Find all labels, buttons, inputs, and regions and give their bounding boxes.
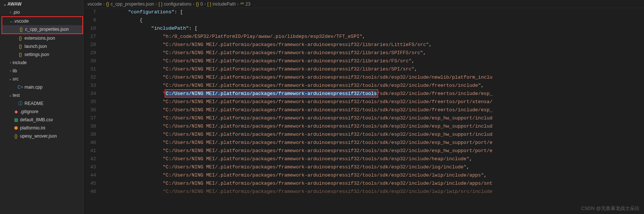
breadcrumb[interactable]: .vscode›{}c_cpp_properties.json›[ ]confi… <box>83 0 644 8</box>
file-row[interactable]: ·{}launch.json <box>1 42 83 50</box>
code-line[interactable]: "C:/Users/NING MEI/.platformio/packages/… <box>105 147 644 155</box>
line-number: 36 <box>83 106 96 114</box>
token: : [ <box>189 26 197 31</box>
code-line[interactable]: "C:/Users/NING MEI/.platformio/packages/… <box>105 139 644 147</box>
code-line[interactable]: "configurations": [ <box>105 8 644 16</box>
project-name: AWAW <box>7 1 22 7</box>
breadcrumb-segment[interactable]: c_cpp_properties.json <box>110 1 154 7</box>
code-line[interactable]: "C:/Users/NING MEI/.platformio/packages/… <box>105 90 644 98</box>
code-line[interactable]: "C:/Users/NING MEI/.platformio/packages/… <box>105 122 644 131</box>
file-row[interactable]: ·{}settings.json <box>1 50 83 59</box>
breadcrumb-segment[interactable]: includePath <box>212 1 236 7</box>
token: , <box>469 156 472 162</box>
line-number: 38 <box>83 122 96 131</box>
code-line[interactable]: "C:/Users/NING MEI/.platformio/packages/… <box>105 98 644 106</box>
folder-row[interactable]: ›include <box>1 59 83 67</box>
breadcrumb-segment[interactable]: 0 <box>201 1 203 7</box>
code-line[interactable]: "C:/Users/NING MEI/.platformio/packages/… <box>105 188 644 196</box>
code-line[interactable]: "C:/Users/NING MEI/.platformio/packages/… <box>105 73 644 82</box>
file-explorer: ⌄ AWAW ›.pio⌄.vscode·{}c_cpp_properties.… <box>0 0 83 214</box>
file-row[interactable]: ·{}c_cpp_properties.json <box>2 25 82 33</box>
breadcrumb-segment[interactable]: 23 <box>245 1 250 7</box>
tree-item-label: README <box>24 101 43 106</box>
code-line[interactable]: "C:/Users/NING MEI/.platformio/packages/… <box>105 163 644 171</box>
line-number: 29 <box>83 49 96 57</box>
file-row[interactable]: ·C+main.cpp <box>1 83 83 91</box>
line-number: 41 <box>83 147 96 155</box>
tree-item-label: extensions.json <box>24 36 55 41</box>
code-area[interactable]: 7810272829303132333435363738394041424344… <box>83 8 644 214</box>
tree-item-label: main.cpp <box>24 85 43 90</box>
token: "C:/Users/NING MEI/.platformio/packages/… <box>163 107 492 113</box>
code-line[interactable]: "C:/Users/NING MEI/.platformio/packages/… <box>105 106 644 114</box>
file-icon: ◆ <box>13 109 19 114</box>
chevron-down-icon: ⌄ <box>8 93 13 97</box>
code-lines[interactable]: "configurations": [ { "includePath": [ "… <box>105 8 644 214</box>
code-line[interactable]: "C:/Users/NING MEI/.platformio/packages/… <box>105 82 644 90</box>
tree-item-label: platformio.ini <box>20 125 45 131</box>
code-line[interactable]: { <box>105 16 644 24</box>
code-line[interactable]: "C:/Users/NING MEI/.platformio/packages/… <box>105 171 644 180</box>
line-number: 8 <box>83 16 96 24</box>
tree-item-label: lib <box>13 68 17 73</box>
code-line[interactable]: "C:/Users/NING MEI/.platformio/packages/… <box>105 131 644 139</box>
folder-row[interactable]: ›lib <box>1 67 83 75</box>
token: , <box>415 66 417 72</box>
token: { <box>140 17 143 23</box>
file-icon: {} <box>17 44 24 49</box>
token: /sdk/esp32/include/freertos/include/esp_ <box>377 91 492 96</box>
code-line[interactable]: "C:/Users/NING MEI/.platformio/packages/… <box>105 114 644 122</box>
tree-item-label: upesy_wrover.json <box>20 134 57 139</box>
code-line[interactable]: "C:/Users/NING MEI/.platformio/packages/… <box>105 155 644 163</box>
project-header[interactable]: ⌄ AWAW <box>0 0 83 8</box>
tree-item-label: .gitignore <box>20 109 38 114</box>
chevron-down-icon: ⌄ <box>8 77 13 81</box>
chevron-right-icon: › <box>193 1 195 7</box>
file-icon: {} <box>17 52 24 57</box>
editor-pane: .vscode›{}c_cpp_properties.json›[ ]confi… <box>83 0 644 214</box>
line-number: 28 <box>83 41 96 49</box>
tree-item-label: default_8MB.csv <box>20 117 53 122</box>
breadcrumb-segment[interactable]: .vscode <box>86 1 102 7</box>
line-number: 27 <box>83 33 96 41</box>
code-line[interactable]: "includePath": [ <box>105 24 644 33</box>
code-line[interactable]: "C:/Users/NING MEI/.platformio/packages/… <box>105 49 644 57</box>
token: "C:/Users/NING MEI/.platformio/packages/… <box>163 181 492 186</box>
token: "includePath" <box>151 26 189 31</box>
file-row[interactable]: ·▦default_8MB.csv <box>1 116 83 124</box>
file-row[interactable]: ·{}extensions.json <box>1 34 83 42</box>
file-row[interactable]: ·◆.gitignore <box>1 108 83 116</box>
token: "C:/Users/NING MEI/.platformio/packages/… <box>163 148 492 154</box>
line-number-gutter: 7810272829303132333435363738394041424344… <box>83 8 105 214</box>
tree-item-label: test <box>13 93 20 98</box>
code-line[interactable]: "C:/Users/NING MEI/.platformio/packages/… <box>105 180 644 188</box>
code-line[interactable]: "C:/Users/NING MEI/.platformio/packages/… <box>105 65 644 73</box>
tree-item-label: .vscode <box>13 19 29 24</box>
token: " <box>163 91 166 96</box>
token: , <box>429 42 432 47</box>
code-line[interactable]: "C:/Users/NING MEI/.platformio/packages/… <box>105 57 644 65</box>
code-line[interactable]: "h:/0_code/ESP32/PlatformIO/Play/awaw/.p… <box>105 33 644 41</box>
token: "C:/Users/NING MEI/.platformio/packages/… <box>163 124 492 129</box>
file-icon: {} <box>13 134 19 139</box>
code-line[interactable]: "C:/Users/NING MEI/.platformio/packages/… <box>105 41 644 49</box>
chevron-right-icon: › <box>103 1 105 7</box>
line-number: 39 <box>83 131 96 139</box>
folder-row[interactable]: ⌄test <box>1 91 83 99</box>
folder-row[interactable]: ⌄.vscode <box>2 17 82 25</box>
folder-row[interactable]: ›.pio <box>1 8 83 16</box>
tree-item-label: settings.json <box>24 52 49 57</box>
file-row[interactable]: ·ⓘREADME <box>1 99 83 108</box>
file-row[interactable]: ·{}upesy_wrover.json <box>1 132 83 140</box>
file-row[interactable]: ·⬢platformio.ini <box>1 124 83 132</box>
line-number: 42 <box>83 155 96 163</box>
token: "C:/Users/NING MEI/.platformio/packages/… <box>163 140 492 145</box>
file-icon: ▦ <box>13 117 19 122</box>
line-number: 37 <box>83 114 96 122</box>
file-icon: C+ <box>17 85 24 90</box>
token: "C:/Users/NING MEI/.platformio/packages/… <box>163 132 492 137</box>
folder-row[interactable]: ⌄src <box>1 75 83 83</box>
token: "C:/Users/NING MEI/.platformio/packages/… <box>163 58 412 64</box>
tree-item-label: src <box>13 76 19 82</box>
breadcrumb-segment[interactable]: configurations <box>164 1 192 7</box>
